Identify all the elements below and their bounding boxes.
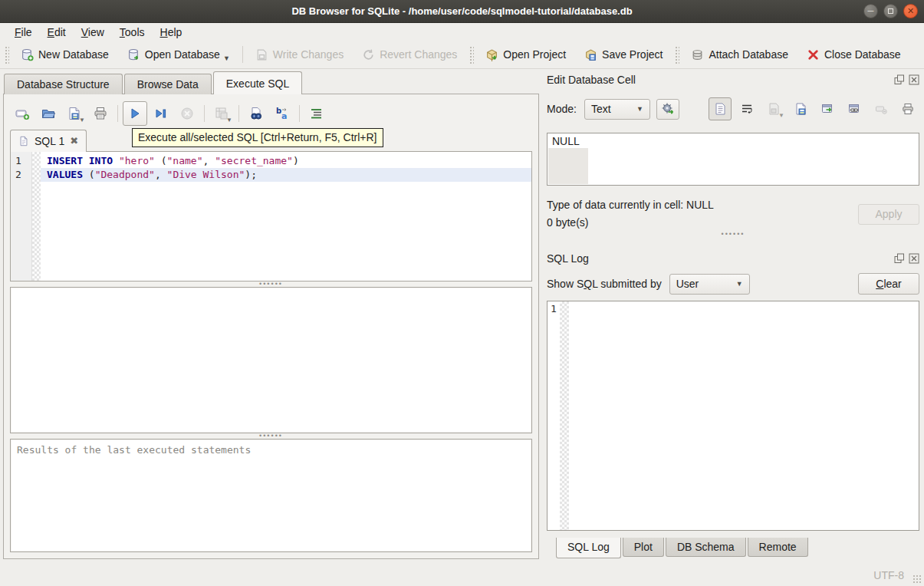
mode-select[interactable]: Text ▼ <box>584 99 650 120</box>
close-database-button[interactable]: Close Database <box>801 44 907 65</box>
find-button[interactable] <box>244 101 268 126</box>
sql-keyword: INSERT INTO <box>47 155 113 166</box>
execute-sql-panel: ▼ <box>3 94 539 559</box>
close-icon[interactable]: ✕ <box>903 4 918 18</box>
format-sql-icon <box>309 106 324 121</box>
titlebar[interactable]: DB Browser for SQLite - /home/user/code/… <box>0 0 924 23</box>
resize-grip[interactable] <box>912 574 922 584</box>
sql1-tab[interactable]: SQL 1 ✖ <box>10 130 87 152</box>
import-dropdown-icon: ▼ <box>778 112 784 119</box>
save-project-button[interactable]: Save Project <box>578 44 669 65</box>
sql-editor[interactable]: 1 2 INSERT INTO "hero" ("name", "secret_… <box>10 151 532 281</box>
float-dock-icon[interactable] <box>894 74 905 85</box>
close-dock-icon[interactable] <box>909 74 919 85</box>
revert-changes-icon <box>362 48 375 61</box>
new-sql-tab-button[interactable] <box>10 101 35 126</box>
open-database-label: Open Database <box>145 48 220 61</box>
tab-sql-log[interactable]: SQL Log <box>556 538 621 558</box>
splitter-handle[interactable]: •••••• <box>547 232 919 237</box>
text-mode-button[interactable] <box>709 97 732 120</box>
log-filter-select[interactable]: User ▼ <box>669 274 750 295</box>
save-results-dropdown-icon: ▼ <box>226 117 232 123</box>
results-panel[interactable]: Results of the last executed statements <box>10 439 532 552</box>
import-in-cell-button[interactable] <box>656 99 679 120</box>
tab-database-structure[interactable]: Database Structure <box>4 74 123 94</box>
toolbar-grip[interactable] <box>674 45 679 64</box>
open-external-icon <box>820 102 834 116</box>
open-database-button[interactable]: Open Database ▼ <box>121 44 236 65</box>
menu-tools[interactable]: Tools <box>113 25 152 40</box>
save-sql-file-button[interactable]: ▼ <box>62 101 87 126</box>
open-in-app-button[interactable] <box>816 97 839 120</box>
print-cell-button[interactable] <box>896 97 919 120</box>
code-area[interactable]: INSERT INTO "hero" ("name", "secret_name… <box>41 152 531 281</box>
splitter-handle[interactable]: •••••• <box>10 433 532 439</box>
stop-icon <box>179 106 195 121</box>
toolbar-separator <box>242 46 243 63</box>
word-wrap-button[interactable] <box>735 97 758 120</box>
word-wrap-icon <box>740 102 754 116</box>
save-file-dropdown-icon[interactable]: ▼ <box>79 117 85 123</box>
save-results-button: ▼ <box>209 101 234 126</box>
apply-button: Apply <box>858 204 919 225</box>
sql-identifier: "name" <box>167 155 203 166</box>
sql-log-area[interactable]: 1 <box>547 301 919 531</box>
import-file-button: ▼ <box>762 97 785 120</box>
splitter-handle[interactable]: •••••• <box>10 281 532 287</box>
tab-db-schema[interactable]: DB Schema <box>666 538 746 557</box>
execute-line-button[interactable] <box>149 101 173 126</box>
line-number: 2 <box>15 168 31 182</box>
query-middle-panel[interactable] <box>10 287 532 433</box>
tab-execute-sql[interactable]: Execute SQL <box>213 71 303 94</box>
edit-cell-dock-header[interactable]: Edit Database Cell <box>547 72 919 87</box>
mode-row: Mode: Text ▼ ▼ <box>547 97 919 120</box>
sql-keyword: VALUES <box>47 169 83 180</box>
copy-link-button[interactable] <box>843 97 866 120</box>
database-new-icon <box>21 48 34 61</box>
tab-remote[interactable]: Remote <box>748 538 808 557</box>
sql-document-icon <box>18 136 29 146</box>
tab-plot[interactable]: Plot <box>623 538 664 557</box>
open-sql-file-button[interactable] <box>36 101 61 126</box>
sql-text: ) <box>293 155 299 166</box>
maximize-icon[interactable] <box>883 4 898 18</box>
open-database-dropdown-icon[interactable]: ▼ <box>223 54 230 62</box>
menu-view[interactable]: View <box>74 25 111 40</box>
encoding-indicator[interactable]: UTF-8 <box>873 569 904 581</box>
new-database-button[interactable]: New Database <box>15 44 115 65</box>
open-project-button[interactable]: Open Project <box>479 44 572 65</box>
open-project-icon <box>485 48 498 61</box>
tab-browse-data[interactable]: Browse Data <box>124 74 212 94</box>
sql-text <box>113 155 119 166</box>
sql-text: , <box>203 155 215 166</box>
sql-log-controls: Show SQL submitted by User ▼ Clear <box>547 273 919 295</box>
menu-edit[interactable]: Edit <box>41 25 73 40</box>
main-area: Database Structure Browse Data Execute S… <box>0 69 924 564</box>
execute-all-button[interactable] <box>123 101 147 126</box>
menubar: File Edit View Tools Help <box>0 23 924 41</box>
replace-button[interactable]: ba <box>270 101 294 126</box>
export-file-button[interactable] <box>789 97 812 120</box>
attach-database-button[interactable]: Attach Database <box>685 44 794 65</box>
float-dock-icon[interactable] <box>894 253 905 264</box>
clear-log-button[interactable]: Clear <box>858 273 919 295</box>
sql-text: , <box>155 169 167 180</box>
save-as-icon <box>794 102 807 116</box>
toolbar-grip[interactable] <box>4 45 9 64</box>
close-database-label: Close Database <box>824 48 901 61</box>
sql-log-dock-header[interactable]: SQL Log <box>547 251 919 266</box>
toolbar-grip[interactable] <box>469 45 474 64</box>
sql-identifier: "secret_name" <box>215 155 293 166</box>
cell-value-editor[interactable]: NULL <box>547 133 919 186</box>
menu-help[interactable]: Help <box>153 25 189 40</box>
minimize-icon[interactable]: ─ <box>863 4 878 18</box>
close-tab-icon[interactable]: ✖ <box>70 135 78 146</box>
menu-file[interactable]: File <box>8 25 39 40</box>
save-project-label: Save Project <box>602 48 663 61</box>
open-project-label: Open Project <box>503 48 566 61</box>
print-sql-button[interactable] <box>88 101 113 126</box>
write-changes-icon <box>255 48 268 61</box>
format-sql-button[interactable] <box>304 101 329 126</box>
close-dock-icon[interactable] <box>909 253 919 264</box>
mode-value: Text <box>591 103 611 115</box>
